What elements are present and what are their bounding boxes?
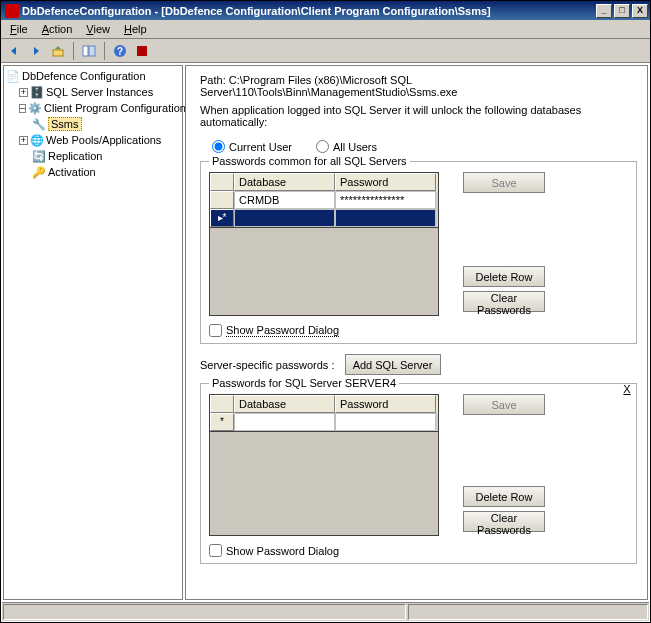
close-button[interactable]: X: [632, 4, 648, 18]
tree-replication[interactable]: 🔄 Replication: [6, 148, 180, 164]
path-line: Path: C:\Program Files (x86)\Microsoft S…: [200, 74, 637, 98]
toolbar-separator: [104, 42, 105, 60]
table-row-new[interactable]: ▸*: [210, 209, 438, 227]
group-legend: Passwords common for all SQL Servers: [209, 155, 410, 167]
replication-icon: 🔄: [32, 149, 46, 163]
globe-icon: 🌐: [30, 133, 44, 147]
forward-button[interactable]: [27, 42, 45, 60]
server-specific-label: Server-specific passwords :: [200, 359, 335, 371]
tree-label: SQL Server Instances: [46, 86, 153, 98]
intro-text: When application logged into SQL Server …: [200, 104, 637, 128]
svg-rect-5: [137, 46, 147, 56]
col-password[interactable]: Password: [335, 395, 436, 413]
app-icon: [5, 4, 19, 18]
path-value: C:\Program Files (x86)\Microsoft SQL Ser…: [200, 74, 457, 98]
server-icon: 🗄️: [30, 85, 44, 99]
grid-common[interactable]: Database Password CRMDB *************** …: [209, 172, 439, 228]
row-header: [210, 173, 234, 191]
radio-all-users[interactable]: All Users: [316, 140, 377, 153]
cell-password[interactable]: [335, 413, 436, 431]
minimize-button[interactable]: _: [596, 4, 612, 18]
expand-icon[interactable]: +: [19, 88, 28, 97]
group-close-button[interactable]: X: [620, 383, 634, 397]
tree-activation[interactable]: 🔑 Activation: [6, 164, 180, 180]
menu-action[interactable]: Action: [35, 21, 80, 37]
tree-root[interactable]: 📄 DbDefence Configuration: [6, 68, 180, 84]
tree-label: DbDefence Configuration: [22, 70, 146, 82]
col-password[interactable]: Password: [335, 173, 436, 191]
delete-row-button[interactable]: Delete Row: [463, 266, 545, 287]
status-bar: [2, 602, 649, 621]
add-sql-server-button[interactable]: Add SQL Server: [345, 354, 441, 375]
cell-database[interactable]: CRMDB: [234, 191, 335, 209]
radio-current-user[interactable]: Current User: [212, 140, 292, 153]
group-common-passwords: Passwords common for all SQL Servers Dat…: [200, 161, 637, 344]
table-row-new[interactable]: *: [210, 413, 438, 431]
row-marker-new: *: [210, 413, 234, 431]
tree-label-selected: Ssms: [48, 117, 82, 131]
grid-empty-space: [209, 228, 439, 316]
tree-pane: 📄 DbDefence Configuration + 🗄️ SQL Serve…: [3, 65, 183, 600]
up-button[interactable]: [49, 42, 67, 60]
collapse-icon[interactable]: –: [19, 104, 26, 113]
menu-view[interactable]: View: [79, 21, 117, 37]
key-icon: 🔑: [32, 165, 46, 179]
group-server4-passwords: Passwords for SQL Server SERVER4 X Datab…: [200, 383, 637, 564]
col-database[interactable]: Database: [234, 173, 335, 191]
group-legend: Passwords for SQL Server SERVER4: [209, 377, 399, 389]
back-button[interactable]: [5, 42, 23, 60]
svg-rect-1: [83, 46, 88, 56]
menu-file[interactable]: File: [3, 21, 35, 37]
show-password-dialog-label: Show Password Dialog: [226, 545, 339, 557]
content-pane: Path: C:\Program Files (x86)\Microsoft S…: [185, 65, 648, 600]
status-panel-1: [3, 604, 406, 620]
help-button[interactable]: ?: [111, 42, 129, 60]
tree-web-pools[interactable]: + 🌐 Web Pools/Applications: [6, 132, 180, 148]
toolbar-separator: [73, 42, 74, 60]
menu-help[interactable]: Help: [117, 21, 154, 37]
menu-bar: File Action View Help: [1, 20, 650, 39]
delete-row-button[interactable]: Delete Row: [463, 486, 545, 507]
config-icon: 📄: [6, 69, 20, 83]
showhide-button[interactable]: [80, 42, 98, 60]
show-password-dialog-check[interactable]: Show Password Dialog: [209, 324, 628, 337]
save-button[interactable]: Save: [463, 394, 545, 415]
svg-rect-2: [89, 46, 95, 56]
expand-icon[interactable]: +: [19, 136, 28, 145]
window-title: DbDefenceConfiguration - [DbDefence Conf…: [22, 5, 596, 17]
stop-button[interactable]: [133, 42, 151, 60]
tree-ssms[interactable]: 🔧 Ssms: [6, 116, 180, 132]
tree-client-config[interactable]: – ⚙️ Client Program Configuration: [6, 100, 180, 116]
grid-server4[interactable]: Database Password *: [209, 394, 439, 432]
clear-passwords-button[interactable]: Clear Passwords: [463, 291, 545, 312]
cell-password[interactable]: [335, 209, 436, 227]
table-row[interactable]: CRMDB ***************: [210, 191, 438, 209]
svg-rect-0: [53, 50, 63, 56]
row-header: [210, 395, 234, 413]
row-marker-new: ▸*: [210, 209, 234, 227]
tree-label: Activation: [48, 166, 96, 178]
path-label: Path:: [200, 74, 226, 86]
maximize-button[interactable]: □: [614, 4, 630, 18]
show-password-dialog-label: Show Password Dialog: [226, 324, 339, 337]
row-marker: [210, 191, 234, 209]
title-bar: DbDefenceConfiguration - [DbDefence Conf…: [1, 1, 650, 20]
tree-label: Web Pools/Applications: [46, 134, 161, 146]
tree-sql-instances[interactable]: + 🗄️ SQL Server Instances: [6, 84, 180, 100]
save-button[interactable]: Save: [463, 172, 545, 193]
grid-empty-space: [209, 432, 439, 536]
cell-database[interactable]: [234, 413, 335, 431]
svg-text:?: ?: [117, 46, 123, 57]
cell-database[interactable]: [234, 209, 335, 227]
gear-icon: 🔧: [32, 117, 46, 131]
program-icon: ⚙️: [28, 101, 42, 115]
tree-label: Replication: [48, 150, 102, 162]
clear-passwords-button[interactable]: Clear Passwords: [463, 511, 545, 532]
col-database[interactable]: Database: [234, 395, 335, 413]
tree-label: Client Program Configuration: [44, 102, 186, 114]
show-password-dialog-check[interactable]: Show Password Dialog: [209, 544, 628, 557]
toolbar: ?: [1, 39, 650, 63]
cell-password[interactable]: ***************: [335, 191, 436, 209]
status-panel-2: [408, 604, 648, 620]
